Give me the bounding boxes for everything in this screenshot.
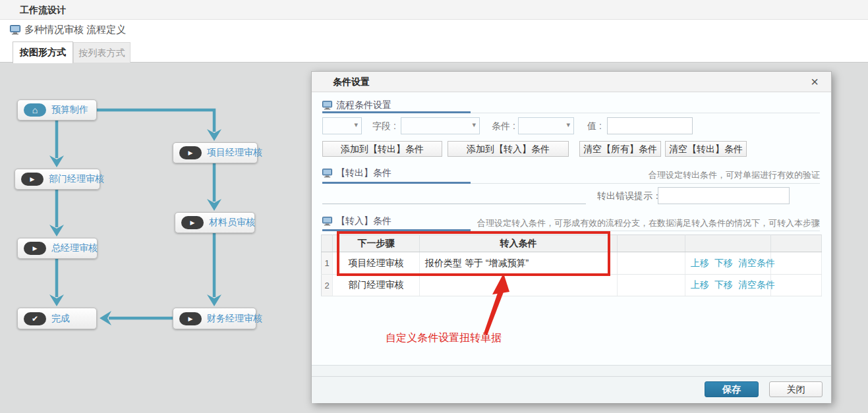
value-label: 值 : xyxy=(587,117,602,134)
row-next-step: 项目经理审核 xyxy=(333,252,420,275)
header-next-step: 下一步骤 xyxy=(333,235,420,252)
row-empty-cell xyxy=(771,252,822,275)
header-actions xyxy=(685,235,771,252)
play-icon: ▶ xyxy=(24,242,46,255)
annotation-text: 自定义条件设置扭转单据 xyxy=(386,331,502,345)
header-empty xyxy=(771,235,822,252)
chevron-down-icon: ▾ xyxy=(566,121,570,129)
section-out-hint: 合理设定转出条件，可对单据进行有效的验证 xyxy=(649,169,820,181)
section-underline xyxy=(322,111,471,113)
flow-node-finance-manager[interactable]: ▶ 财务经理审核 xyxy=(173,308,256,329)
section-out-header: 【转出】条件 xyxy=(322,167,391,179)
header-condition: 转入条件 xyxy=(420,235,618,252)
chevron-down-icon: ▾ xyxy=(354,121,358,129)
out-error-input[interactable] xyxy=(658,187,790,204)
section-in-header: 【转入】条件 xyxy=(322,215,391,227)
out-error-label: 转出错误提示： xyxy=(597,187,662,204)
monitor-icon xyxy=(322,101,332,110)
section-setup-header: 流程条件设置 xyxy=(322,99,391,111)
table-row: 1 项目经理审核 报价类型 等于 “增减预算” 上移下移清空条件 xyxy=(322,252,822,275)
move-down-link[interactable]: 下移 xyxy=(714,258,733,268)
flow-node-dept-manager[interactable]: ▶ 部门经理审核 xyxy=(14,169,100,190)
breadcrumb-label: 多种情况审核 流程定义 xyxy=(24,20,126,40)
condition-settings-dialog: 条件设置 × 流程条件设置 ▾ 字段 : ▾ 条件 : ▾ xyxy=(311,71,832,403)
table-header-row: 下一步骤 转入条件 xyxy=(322,235,822,252)
view-tabbar: 按图形方式 按列表方式 xyxy=(0,41,868,63)
row-actions: 上移下移清空条件 xyxy=(685,252,771,275)
row-empty-cell xyxy=(771,275,822,296)
section-out-title: 【转出】条件 xyxy=(336,167,391,179)
flow-node-label: 总经理审核 xyxy=(51,242,98,254)
row-condition xyxy=(420,275,618,296)
header-index xyxy=(322,235,333,252)
close-button[interactable]: 关闭 xyxy=(769,381,823,397)
window-titlebar: 工作流设计 xyxy=(0,0,868,20)
flow-node-label: 部门经理审核 xyxy=(49,173,104,185)
add-to-out-condition-button[interactable]: 添加到【转出】条件 xyxy=(322,141,442,157)
flow-node-label: 财务经理审核 xyxy=(207,313,262,325)
workflow-designer-window: 工作流设计 多种情况审核 流程定义 按图形方式 按列表方式 xyxy=(0,0,868,413)
out-condition-empty-line xyxy=(322,204,586,204)
condition-label: 条件 : xyxy=(492,117,515,134)
page-title: 工作流设计 xyxy=(20,0,66,20)
flow-node-general-manager[interactable]: ▶ 总经理审核 xyxy=(17,238,98,259)
row-index: 1 xyxy=(322,252,333,275)
field-label: 字段 : xyxy=(372,117,396,134)
monitor-icon xyxy=(322,217,332,226)
clear-condition-link[interactable]: 清空条件 xyxy=(738,279,775,290)
field-select[interactable]: ▾ xyxy=(401,117,480,134)
play-icon: ▶ xyxy=(179,312,202,325)
dialog-titlebar: 条件设置 × xyxy=(312,72,831,92)
play-icon: ▶ xyxy=(181,216,204,229)
breadcrumb: 多种情况审核 流程定义 xyxy=(0,20,868,41)
row-next-step: 部门经理审核 xyxy=(333,275,420,296)
play-icon: ▶ xyxy=(21,173,43,186)
flow-node-label: 项目经理审核 xyxy=(207,147,262,159)
chevron-down-icon: ▾ xyxy=(472,121,476,129)
flow-node-project-manager[interactable]: ▶ 项目经理审核 xyxy=(173,142,258,163)
monitor-icon xyxy=(10,25,20,37)
dialog-title: 条件设置 xyxy=(333,72,370,92)
footer-divider xyxy=(312,376,831,377)
check-icon: ✔ xyxy=(24,312,46,325)
flow-node-label: 完成 xyxy=(51,313,70,325)
save-button[interactable]: 保存 xyxy=(705,381,759,397)
section-underline xyxy=(322,229,471,231)
section-in-hint: 合理设定转入条件，可形成有效的流程分支，在数据满足转入条件的情况下，可转入本步骤 xyxy=(477,217,820,229)
play-icon: ▶ xyxy=(179,146,202,159)
condition-select[interactable]: ▾ xyxy=(518,117,574,134)
section-setup-title: 流程条件设置 xyxy=(336,99,391,111)
row-empty-cell xyxy=(618,252,685,275)
row-empty-cell xyxy=(618,275,685,296)
flow-node-label: 材料员审核 xyxy=(209,217,255,229)
monitor-icon xyxy=(322,169,332,178)
flow-node-start[interactable]: ⌂ 预算制作 xyxy=(17,99,97,121)
section-underline xyxy=(322,182,471,184)
section-in-title: 【转入】条件 xyxy=(336,215,391,227)
row-index: 2 xyxy=(322,275,333,296)
clear-out-conditions-button[interactable]: 清空【转出】条件 xyxy=(665,141,747,157)
move-up-link[interactable]: 上移 xyxy=(691,279,709,290)
row-condition: 报价类型 等于 “增减预算” xyxy=(420,252,618,275)
dialog-footer: 保存 关闭 xyxy=(312,365,831,403)
tab-list-view[interactable]: 按列表方式 xyxy=(73,42,130,63)
clear-condition-link[interactable]: 清空条件 xyxy=(738,258,775,268)
flow-node-finish[interactable]: ✔ 完成 xyxy=(17,308,97,329)
clear-all-conditions-button[interactable]: 清空【所有】条件 xyxy=(579,141,661,157)
header-empty xyxy=(618,235,685,252)
logic-operator-select[interactable]: ▾ xyxy=(322,117,362,134)
flow-node-label: 预算制作 xyxy=(51,104,88,116)
row-actions: 上移下移清空条件 xyxy=(685,275,771,296)
move-down-link[interactable]: 下移 xyxy=(714,279,733,290)
table-row: 2 部门经理审核 上移下移清空条件 xyxy=(322,275,822,296)
close-icon[interactable]: × xyxy=(806,73,823,90)
flow-node-material-clerk[interactable]: ▶ 材料员审核 xyxy=(175,212,255,233)
home-icon: ⌂ xyxy=(24,103,46,117)
move-up-link[interactable]: 上移 xyxy=(691,258,709,268)
add-to-in-condition-button[interactable]: 添加到【转入】条件 xyxy=(448,141,569,157)
value-input[interactable] xyxy=(607,117,693,134)
tab-graphic-view[interactable]: 按图形方式 xyxy=(13,41,73,63)
in-condition-table: 下一步骤 转入条件 1 项目经理审核 报价类型 等于 “增减预算” 上移下移清空… xyxy=(321,234,822,296)
